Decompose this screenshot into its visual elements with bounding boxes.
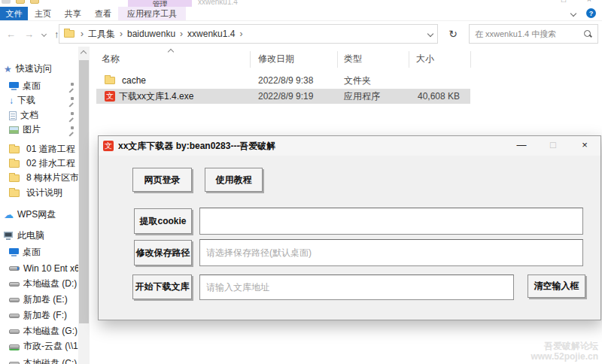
column-separator[interactable] (409, 51, 409, 68)
sidebar-item-drive-d[interactable]: 本地磁盘 (D:) (0, 277, 78, 291)
minimize-icon[interactable]: — (506, 136, 537, 156)
sidebar-item-quick-access[interactable]: ★ 快速访问 (0, 62, 78, 76)
cookie-input[interactable] (199, 208, 583, 235)
navigation-pane: ★ 快速访问 桌面 ↓ 下载 文档 图片 01 道路工程 02 排水工程 8 梅… (0, 47, 78, 364)
address-dropdown-chevron-icon[interactable] (427, 31, 433, 37)
close-icon[interactable]: × (569, 136, 600, 156)
column-separator[interactable] (470, 51, 471, 68)
help-icon[interactable]: ? (586, 8, 596, 18)
recent-locations-chevron-icon[interactable] (41, 31, 47, 36)
sidebar-item-drive-clipped[interactable]: 本地磁盘 (C:) (0, 356, 78, 364)
forward-icon[interactable]: → (24, 29, 34, 40)
column-header-date[interactable]: 修改日期 (258, 53, 294, 65)
column-header-size[interactable]: 大小 (416, 53, 434, 65)
drive-icon (9, 282, 20, 287)
dialog-window-controls[interactable]: — □ × (506, 136, 600, 156)
column-separator[interactable] (337, 51, 338, 68)
drive-icon (9, 329, 20, 334)
extract-cookie-button[interactable]: 提取cookie (134, 208, 192, 234)
sidebar-item-drive-c[interactable]: Win 10 Ent x64 (0, 261, 78, 275)
qat-folder-icon[interactable] (30, 0, 39, 4)
sidebar-item-drive-g[interactable]: 本地磁盘 (G:) (0, 324, 78, 338)
download-icon: ↓ (9, 96, 14, 106)
tab-file[interactable]: 文件 (0, 7, 28, 20)
address-bar[interactable]: › 工具集 › baiduwenku › xxwenku1.4 › (59, 24, 438, 44)
drive-icon (9, 362, 20, 364)
doc-url-input[interactable] (199, 275, 514, 300)
folder-icon (105, 77, 115, 84)
folder-icon (9, 190, 20, 197)
file-list: 名称 修改日期 类型 大小 cache 2022/8/9 9:38 文件夹 文 … (90, 47, 602, 137)
column-headers: 名称 修改日期 类型 大小 (90, 50, 602, 68)
search-box[interactable] (469, 24, 598, 44)
downloader-dialog: 文 xx文库下载器 by:bean0283---吾爱破解 — □ × 网页登录 … (98, 135, 601, 320)
file-row-exe-selected[interactable]: 文 下载xx文库1.4.exe 2022/8/9 9:19 应用程序 40,60… (96, 89, 470, 104)
breadcrumb-baiduwenku[interactable]: baiduwenku (126, 29, 177, 39)
tab-share[interactable]: 共享 (58, 7, 88, 20)
qat-icon[interactable] (2, 0, 11, 4)
sidebar-item-wps-cloud[interactable]: ☁ WPS网盘 (0, 208, 78, 222)
maximize-icon[interactable]: □ (537, 136, 569, 156)
window-controls[interactable]: □ × (551, 0, 602, 4)
tab-view[interactable]: 查看 (88, 7, 118, 20)
back-icon[interactable]: ← (6, 29, 16, 40)
column-header-type[interactable]: 类型 (344, 53, 362, 65)
sidebar-item-desktop[interactable]: 桌面 (0, 79, 78, 93)
ribbon-expand-chevron-icon[interactable] (570, 10, 576, 16)
maximize-icon[interactable]: □ (551, 0, 576, 4)
close-icon[interactable]: × (576, 0, 602, 4)
tutorial-button[interactable]: 使用教程 (205, 168, 263, 192)
sidebar-item-documents[interactable]: 文档 (0, 108, 78, 123)
breadcrumb-toolset[interactable]: 工具集 (87, 28, 117, 41)
desktop-icon (9, 82, 19, 90)
sidebar-item-pictures[interactable]: 图片 (0, 123, 78, 137)
save-path-input[interactable] (199, 239, 583, 266)
start-download-button[interactable]: 开始下载文库 (132, 275, 192, 299)
drive-icon (9, 314, 20, 318)
file-row-cache[interactable]: cache 2022/8/9 9:38 文件夹 (96, 73, 470, 88)
sidebar-item-folder-02[interactable]: 02 排水工程 (0, 156, 78, 171)
network-drive-icon (9, 344, 20, 349)
scrollbar-thumb[interactable] (79, 60, 89, 323)
refresh-button[interactable]: ↻ (442, 24, 464, 44)
wenku-app-icon: 文 (103, 141, 114, 151)
documents-icon (9, 111, 17, 120)
refresh-icon: ↻ (448, 28, 458, 40)
sidebar-item-drive-e[interactable]: 新加卷 (E:) (0, 293, 78, 307)
column-separator[interactable] (250, 51, 251, 68)
watermark: 吾爱破解论坛 www.52pojie.cn (531, 341, 598, 362)
computer-icon (4, 232, 14, 240)
cloud-icon: ☁ (4, 211, 14, 220)
sidebar-scrollbar[interactable] (78, 47, 90, 364)
breadcrumb-separator: › (236, 29, 245, 39)
explorer-toolbar: ← → ↑ › 工具集 › baiduwenku › xxwenku1.4 › … (0, 21, 602, 47)
breadcrumb-separator: › (177, 29, 186, 39)
scroll-up-icon[interactable] (81, 50, 87, 56)
dialog-title: xx文库下载器 by:bean0283---吾爱破解 (118, 140, 275, 153)
quick-access-toolbar[interactable] (2, 0, 39, 4)
web-login-button[interactable]: 网页登录 (132, 168, 192, 192)
sidebar-item-folder-meilin[interactable]: 8 梅林片区市政道 (0, 171, 78, 185)
sidebar-item-downloads[interactable]: ↓ 下载 (0, 93, 78, 108)
folder-icon (9, 174, 20, 182)
search-input[interactable] (475, 29, 583, 38)
star-icon: ★ (4, 65, 12, 74)
sidebar-item-folder-01[interactable]: 01 道路工程 (0, 142, 78, 156)
desktop-icon (9, 248, 19, 256)
breadcrumb-xxwenku[interactable]: xxwenku1.4 (186, 29, 236, 39)
manage-contextual-tab[interactable]: 管理 (128, 0, 192, 7)
sidebar-item-pc-desktop[interactable]: 桌面 (0, 245, 78, 259)
sidebar-item-network-drive[interactable]: 市政-云盘 (\\192 (0, 339, 78, 353)
sidebar-item-drive-f[interactable]: 新加卷 (F:) (0, 308, 78, 323)
column-header-name[interactable]: 名称 (102, 53, 120, 65)
ribbon-tabs: 文件 主页 共享 查看 应用程序工具 (0, 7, 602, 21)
qat-folder-icon[interactable] (16, 0, 25, 4)
tab-home[interactable]: 主页 (28, 7, 58, 20)
change-path-button[interactable]: 修改保存路径 (134, 240, 192, 265)
tab-application-tools[interactable]: 应用程序工具 (118, 7, 186, 20)
clear-input-button[interactable]: 清空输入框 (528, 275, 585, 298)
sidebar-item-this-pc[interactable]: 此电脑 (0, 229, 78, 243)
pictures-icon (9, 126, 19, 134)
sidebar-item-folder-design[interactable]: 设计说明 (0, 186, 78, 200)
sort-ascending-icon (168, 49, 174, 55)
